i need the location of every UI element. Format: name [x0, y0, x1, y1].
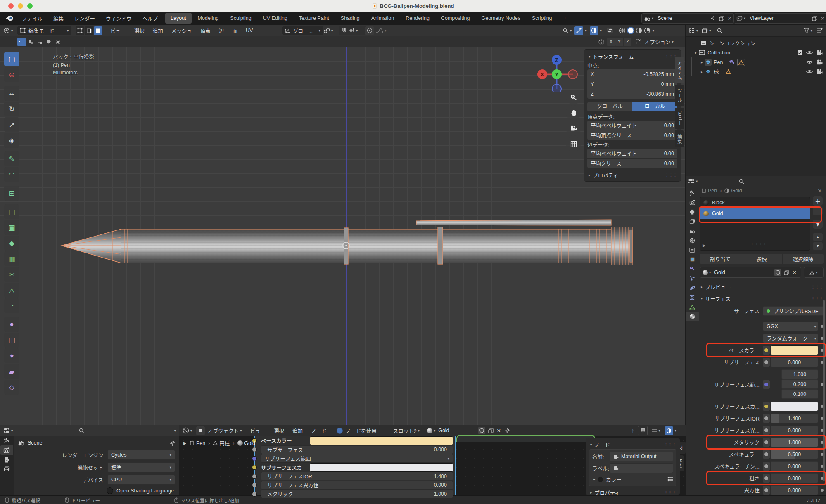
- falloff-curve-icon[interactable]: [376, 28, 383, 33]
- dropdown-field[interactable]: GGX▾: [763, 322, 818, 331]
- app-menu-レンダー[interactable]: レンダー: [69, 12, 100, 25]
- tab-output[interactable]: [686, 207, 699, 217]
- node-row-サブサーフェス範囲[interactable]: サブサーフェス範囲▾: [255, 454, 453, 463]
- rip-region-tool[interactable]: ◇: [4, 380, 19, 395]
- select-button[interactable]: 選択: [741, 254, 782, 264]
- node-row-サブサーフェス[interactable]: サブサーフェス0.000: [255, 445, 453, 454]
- zoom-button[interactable]: [566, 90, 581, 104]
- add-cube-tool[interactable]: ⊞: [4, 186, 19, 201]
- workspace-tab-Modeling[interactable]: Modeling: [192, 13, 224, 24]
- workspace-tab-Animation[interactable]: Animation: [366, 13, 400, 24]
- spin-tool[interactable]: ◔: [4, 298, 19, 313]
- filter-icon[interactable]: [804, 28, 809, 33]
- scrollbar[interactable]: [823, 300, 825, 481]
- app-menu-編集[interactable]: 編集: [48, 12, 69, 25]
- tab-world[interactable]: [686, 236, 699, 245]
- color-swatch-field[interactable]: [771, 345, 818, 355]
- workspace-tab-Scripting[interactable]: Scripting: [527, 13, 558, 24]
- overlays-dropdown[interactable]: ▾: [590, 26, 602, 35]
- pin-icon[interactable]: [170, 440, 175, 446]
- node-row-サブサーフェスカ[interactable]: サブサーフェスカ: [255, 463, 453, 471]
- tab-render[interactable]: [686, 198, 699, 207]
- slot-gold[interactable]: Gold: [700, 208, 810, 219]
- assign-button[interactable]: 割り当て: [700, 254, 741, 264]
- workspace-tab-Rendering[interactable]: Rendering: [400, 13, 435, 24]
- blender-logo-icon[interactable]: [5, 15, 14, 21]
- デバイス-dropdown[interactable]: CPU▾: [107, 475, 175, 485]
- app-menu-ウィンドウ[interactable]: ウィンドウ: [100, 12, 137, 25]
- rendered-shading-button[interactable]: [643, 27, 651, 34]
- tab-view-layer[interactable]: [686, 217, 699, 226]
- pan-hand-button[interactable]: [566, 105, 581, 120]
- properties-subpanel-header[interactable]: ▸ プロパティ ⋮⋮⋮: [587, 170, 677, 180]
- shader-menu-追加[interactable]: 追加: [288, 427, 307, 435]
- disable-render-icon[interactable]: [816, 50, 823, 55]
- node-panel-header[interactable]: ▾ ノード ⋮⋮⋮: [589, 440, 676, 449]
- poly-build-tool[interactable]: △: [4, 283, 19, 298]
- tab-constraints[interactable]: [686, 293, 699, 302]
- close-icon[interactable]: ✕: [818, 188, 822, 194]
- smooth-tool[interactable]: ●: [4, 317, 19, 332]
- n-panel-tab-アイテム[interactable]: アイテム: [675, 57, 684, 83]
- vertex-field-平均頂点クリース[interactable]: 平均頂点クリース0.00: [587, 130, 677, 140]
- 機能セット-dropdown[interactable]: 標準▾: [107, 462, 175, 472]
- mirror-y-toggle[interactable]: Y: [615, 38, 623, 46]
- edge-select-button[interactable]: [85, 26, 93, 35]
- shader-menu-ビュー[interactable]: ビュー: [246, 427, 270, 435]
- global-button[interactable]: グローバル: [587, 102, 632, 111]
- node-label-field[interactable]: [610, 463, 673, 473]
- tab-render[interactable]: [0, 445, 13, 455]
- レンダーエンジン-dropdown[interactable]: Cycles▾: [107, 450, 175, 460]
- orthographic-toggle-button[interactable]: [566, 137, 581, 151]
- xray-toggle[interactable]: [606, 26, 615, 35]
- copy-icon[interactable]: [719, 16, 724, 21]
- app-menu-ヘルプ[interactable]: ヘルプ: [137, 12, 164, 25]
- presets-list-icon[interactable]: [667, 477, 673, 482]
- cursor-tool[interactable]: ⊕: [4, 67, 19, 82]
- unlink-icon[interactable]: ✕: [497, 428, 501, 434]
- properties-editor-icon[interactable]: [3, 428, 10, 433]
- snap-controls[interactable]: ▾: [339, 26, 368, 35]
- material-preview-button[interactable]: [635, 27, 643, 34]
- hide-eye-icon[interactable]: [806, 60, 813, 64]
- tab-output[interactable]: [0, 455, 13, 464]
- fake-user-shield-icon[interactable]: [774, 269, 781, 276]
- median-field-X[interactable]: X-0.52825 mm: [587, 69, 677, 79]
- shader-editor-icon[interactable]: [183, 427, 189, 434]
- value-field[interactable]: 0.500: [771, 450, 818, 459]
- tweak-intersect-button[interactable]: [54, 38, 62, 46]
- pin-icon[interactable]: [711, 16, 716, 21]
- color-swatch-field[interactable]: [771, 402, 818, 411]
- n-panel-tab-編集[interactable]: 編集: [675, 130, 684, 147]
- deselect-button[interactable]: 選択解除: [783, 254, 824, 264]
- tweak-extend-button[interactable]: [36, 38, 44, 46]
- parent-node-tree-icon[interactable]: ↑: [631, 427, 634, 434]
- pen-model[interactable]: [0, 47, 685, 425]
- extrude-tool[interactable]: ▤: [4, 204, 19, 219]
- disable-render-icon[interactable]: [816, 59, 823, 65]
- display-mode-icon[interactable]: [702, 28, 708, 33]
- decorator-dot[interactable]: [821, 489, 824, 492]
- bevel-tool[interactable]: ◆: [4, 236, 19, 251]
- n-panel-tab-ビュー[interactable]: ビュー: [675, 108, 684, 130]
- viewport-menu-追加[interactable]: 追加: [149, 27, 167, 35]
- tab-scene[interactable]: [686, 226, 699, 236]
- workspace-tab-Texture Paint[interactable]: Texture Paint: [294, 13, 335, 24]
- tab-collection[interactable]: [686, 245, 699, 255]
- edge-field-平均クリース[interactable]: 平均クリース0.00: [587, 159, 677, 168]
- node-row-サブサーフェスIOR[interactable]: サブサーフェスIOR1.400: [255, 472, 453, 480]
- snap-individual-icon[interactable]: [635, 39, 641, 45]
- tab-object[interactable]: [686, 255, 699, 264]
- search-icon[interactable]: [717, 28, 722, 33]
- viewlayer-selector[interactable]: ▾ ViewLayer ✕: [733, 13, 826, 24]
- material-output-node[interactable]: [456, 435, 595, 442]
- slot-list-expand[interactable]: ▶: [703, 243, 706, 248]
- median-field-Z[interactable]: Z-30.863 mm: [587, 89, 677, 99]
- slot-specials-button[interactable]: ▾: [813, 220, 823, 229]
- shrink-fatten-tool[interactable]: ∗: [4, 348, 19, 363]
- viewport-menu-頂点[interactable]: 頂点: [196, 27, 215, 35]
- pivot-point-dropdown[interactable]: ▾: [323, 28, 333, 33]
- node-row-ベースカラー[interactable]: ベースカラー: [255, 437, 453, 445]
- copy-icon[interactable]: [488, 428, 494, 433]
- close-icon[interactable]: ✕: [728, 15, 732, 21]
